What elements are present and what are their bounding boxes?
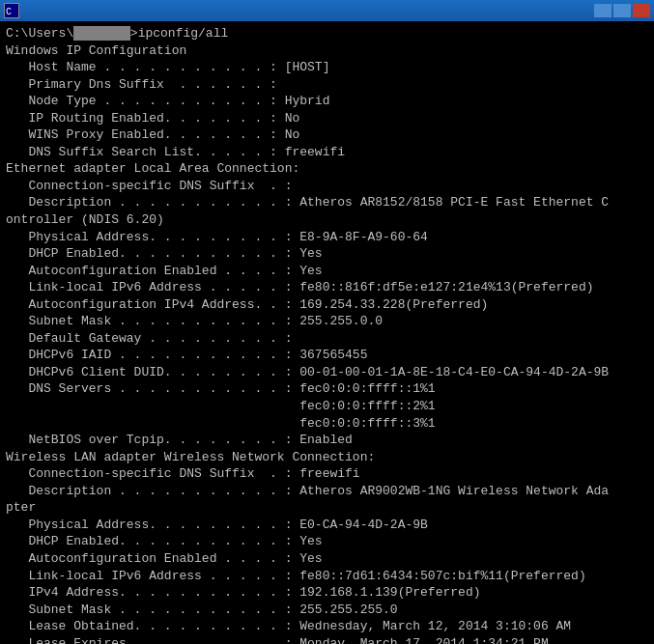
terminal-line: Subnet Mask . . . . . . . . . . . : 255.…	[6, 313, 648, 330]
svg-text:C: C	[6, 7, 12, 17]
terminal-line: fec0:0:0:ffff::2%1	[6, 398, 648, 415]
terminal-line: DNS Suffix Search List. . . . . : freewi…	[6, 144, 648, 161]
title-bar: C	[0, 0, 654, 21]
terminal-line: IP Routing Enabled. . . . . . . : No	[6, 110, 648, 127]
terminal-line: DHCPv6 IAID . . . . . . . . . . . : 3675…	[6, 347, 648, 364]
content-area: C:\Users\ >ipconfig/allWindows IP Config…	[0, 21, 654, 644]
minimize-button[interactable]	[594, 4, 611, 17]
terminal-line: WINS Proxy Enabled. . . . . . . : No	[6, 126, 648, 144]
terminal-line: Autoconfiguration Enabled . . . . : Yes	[6, 263, 648, 280]
terminal-line: Connection-specific DNS Suffix . :	[6, 178, 648, 195]
terminal-line: Ethernet adapter Local Area Connection:	[6, 160, 648, 178]
terminal-line: Windows IP Configuration	[6, 42, 648, 60]
terminal-line: Lease Expires . . . . . . . . . . : Mond…	[6, 635, 648, 644]
terminal-line: Node Type . . . . . . . . . . . : Hybrid	[6, 93, 648, 110]
maximize-button[interactable]	[613, 4, 631, 17]
terminal-line: NetBIOS over Tcpip. . . . . . . . : Enab…	[6, 432, 648, 449]
terminal-line: Connection-specific DNS Suffix . : freew…	[6, 465, 648, 483]
cmd-icon: C	[4, 3, 19, 18]
terminal-line: DHCPv6 Client DUID. . . . . . . . : 00-0…	[6, 364, 648, 381]
terminal-line: IPv4 Address. . . . . . . . . . . : 192.…	[6, 584, 648, 602]
window: C C:\Users\ >ipconfig/allWindows IP Conf…	[0, 0, 654, 644]
terminal-line: C:\Users\ >ipconfig/all	[6, 25, 648, 42]
terminal-line: Physical Address. . . . . . . . . : E8-9…	[6, 229, 648, 246]
terminal-line: Autoconfiguration IPv4 Address. . : 169.…	[6, 296, 648, 314]
terminal-line: DHCP Enabled. . . . . . . . . . . : Yes	[6, 245, 648, 263]
terminal-line: ontroller (NDIS 6.20)	[6, 211, 648, 229]
terminal-line: DHCP Enabled. . . . . . . . . . . : Yes	[6, 533, 648, 550]
terminal-line: Link-local IPv6 Address . . . . . : fe80…	[6, 568, 648, 585]
terminal-line: Description . . . . . . . . . . . : Athe…	[6, 483, 648, 500]
terminal-line: Lease Obtained. . . . . . . . . . : Wedn…	[6, 618, 648, 635]
close-button[interactable]	[633, 4, 650, 17]
terminal-line: Physical Address. . . . . . . . . : E0-C…	[6, 517, 648, 534]
terminal-line: Subnet Mask . . . . . . . . . . . : 255.…	[6, 602, 648, 619]
terminal-line: DNS Servers . . . . . . . . . . . : fec0…	[6, 380, 648, 398]
title-bar-buttons	[594, 4, 650, 17]
terminal-line: Link-local IPv6 Address . . . . . : fe80…	[6, 279, 648, 296]
terminal-line: Autoconfiguration Enabled . . . . : Yes	[6, 550, 648, 568]
terminal-line: Host Name . . . . . . . . . . . : [HOST]	[6, 59, 648, 76]
terminal-line: Wireless LAN adapter Wireless Network Co…	[6, 449, 648, 466]
terminal-line: fec0:0:0:ffff::3%1	[6, 415, 648, 433]
title-bar-left: C	[4, 3, 23, 18]
terminal-line: Primary Dns Suffix . . . . . . :	[6, 76, 648, 94]
terminal-output[interactable]: C:\Users\ >ipconfig/allWindows IP Config…	[0, 21, 654, 644]
terminal-line: pter	[6, 499, 648, 517]
terminal-line: Default Gateway . . . . . . . . . :	[6, 330, 648, 348]
terminal-line: Description . . . . . . . . . . . : Athe…	[6, 194, 648, 211]
